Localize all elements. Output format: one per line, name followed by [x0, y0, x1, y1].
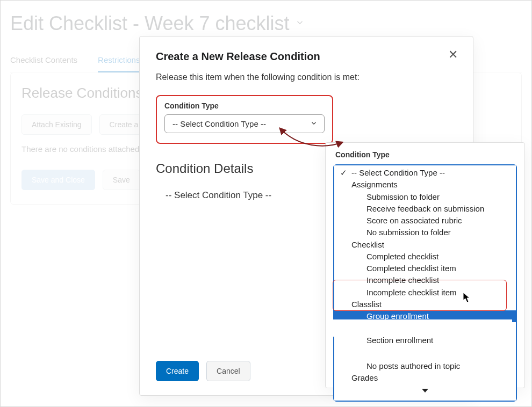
option-label: -- Select Condition Type --: [351, 168, 445, 178]
option-label: Incomplete checklist: [366, 275, 439, 286]
inset-condition-type-label: Condition Type: [333, 150, 517, 161]
option-row[interactable]: No posts authored in topic: [334, 360, 516, 372]
check-icon: ✓: [340, 168, 347, 178]
option-label: Org unit enrollment: [366, 323, 435, 333]
close-icon[interactable]: ✕: [445, 48, 461, 61]
option-label: Completed checklist item: [366, 263, 456, 274]
condition-type-fieldset: Condition Type -- Select Condition Type …: [156, 95, 333, 144]
option-label: Assignments: [351, 179, 398, 190]
chevron-down-icon: [310, 119, 318, 128]
option-row[interactable]: No submission to folder: [334, 227, 516, 238]
option-label: Receive feedback on submission: [366, 204, 484, 214]
option-label: Completed checklist: [366, 251, 438, 262]
option-row[interactable]: Grades: [334, 372, 516, 384]
modal-subtitle: Release this item when the following con…: [156, 72, 457, 82]
option-label: No submission to folder: [366, 227, 451, 238]
attach-existing-button[interactable]: Attach Existing: [21, 114, 92, 135]
option-row[interactable]: Assignments: [334, 179, 516, 191]
option-row[interactable]: Group enrollment: [334, 310, 516, 322]
condition-type-dropdown-inset: Condition Type ✓-- Select Condition Type…: [325, 142, 525, 388]
save-button[interactable]: Save: [103, 170, 140, 190]
option-label: Submission to folder: [366, 192, 440, 202]
option-label: Score on associated rubric: [366, 215, 462, 226]
cancel-button[interactable]: Cancel: [206, 361, 250, 381]
option-row[interactable]: Incomplete checklist item: [334, 287, 516, 299]
option-row[interactable]: Completed checklist item: [334, 263, 516, 274]
condition-type-select-value: -- Select Condition Type --: [172, 119, 266, 128]
option-row[interactable]: Submission to folder: [334, 191, 516, 203]
option-label: Section enrollment: [366, 335, 433, 346]
create-button[interactable]: Create: [156, 361, 199, 381]
option-row[interactable]: Classlist: [334, 299, 516, 310]
tab-restrictions[interactable]: Restrictions: [98, 51, 140, 72]
option-label: Group enrollment: [366, 311, 429, 322]
option-label: No posts authored in topic: [366, 361, 460, 372]
option-row[interactable]: Score on associated rubric: [334, 215, 516, 227]
option-row[interactable]: Incomplete checklist: [334, 274, 516, 286]
modal-title: Create a New Release Condition: [156, 50, 457, 63]
option-label: Incomplete checklist item: [366, 287, 457, 298]
option-row[interactable]: ✓-- Select Condition Type --: [334, 167, 516, 179]
option-row[interactable]: Checklist: [334, 239, 516, 251]
option-label: Grades: [351, 373, 378, 383]
page-title: Edit Checklist - Week 7 checklist: [10, 12, 290, 35]
option-row[interactable]: Receive feedback on submission: [334, 203, 516, 215]
scroll-more-icon[interactable]: [334, 384, 516, 399]
option-row[interactable]: Org unit enrollment: [334, 322, 516, 334]
save-and-close-button[interactable]: Save and Close: [21, 170, 95, 190]
condition-type-listbox[interactable]: ✓-- Select Condition Type --AssignmentsS…: [334, 165, 516, 401]
condition-type-select[interactable]: -- Select Condition Type --: [164, 114, 325, 133]
option-row[interactable]: Completed checklist: [334, 251, 516, 263]
title-caret-icon[interactable]: [295, 18, 305, 30]
condition-type-label: Condition Type: [164, 99, 325, 114]
tab-checklist-contents[interactable]: Checklist Contents: [10, 51, 77, 72]
option-row[interactable]: Section enrollment: [334, 335, 516, 346]
option-label: Classlist: [351, 299, 382, 310]
option-label: Checklist: [351, 239, 384, 250]
